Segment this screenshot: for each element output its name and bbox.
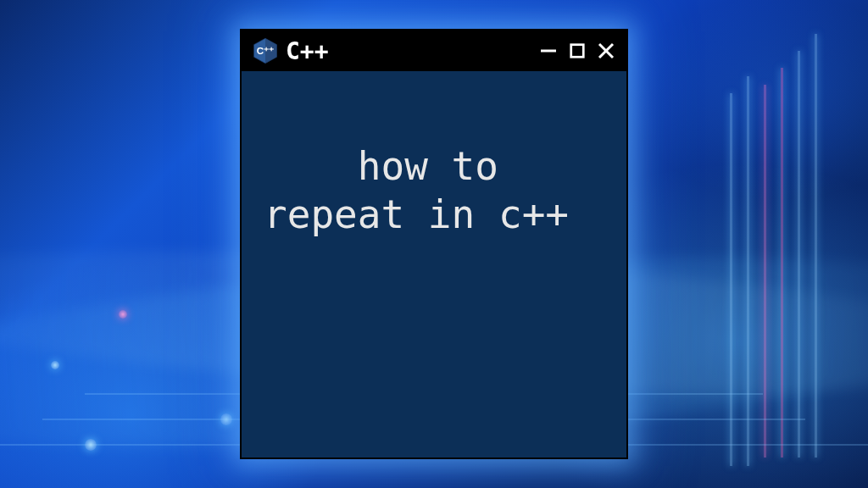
window-controls <box>538 41 616 61</box>
content-text: how to repeat in c++ <box>264 143 569 238</box>
window-title: C++ <box>286 37 329 65</box>
maximize-button[interactable] <box>567 41 587 61</box>
close-button[interactable] <box>596 41 616 61</box>
svg-text:C⁺⁺: C⁺⁺ <box>257 46 274 56</box>
terminal-window: C⁺⁺ C++ how to repeat in c++ <box>240 29 628 459</box>
cpp-hex-icon: C⁺⁺ <box>252 37 279 64</box>
svg-rect-4 <box>571 45 584 58</box>
titlebar[interactable]: C⁺⁺ C++ <box>242 30 626 71</box>
terminal-content: how to repeat in c++ <box>242 71 626 458</box>
minimize-button[interactable] <box>538 41 559 61</box>
